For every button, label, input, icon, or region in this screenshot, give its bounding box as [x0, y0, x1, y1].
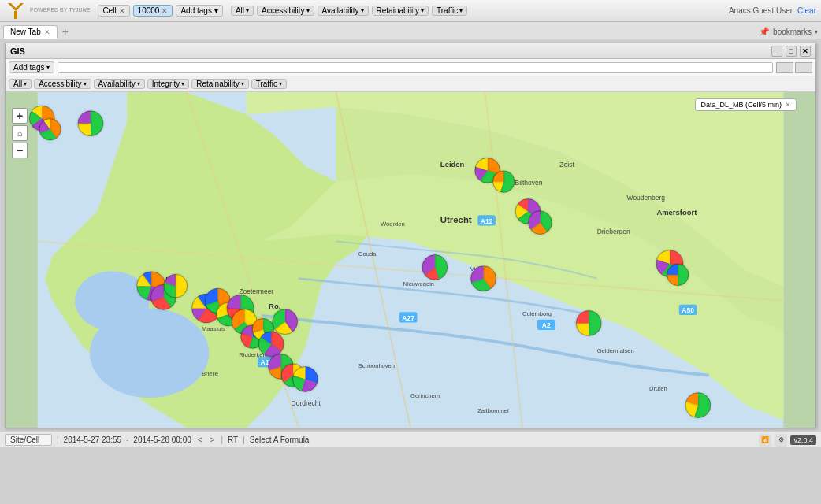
zoom-in-btn[interactable]: +	[12, 108, 28, 124]
top-filter-bar: All▾ Accessibility▾ Availability▾ Retain…	[226, 6, 472, 16]
gis-window: GIS _ □ ✕ Add tags ▾ All▾ Accessibility▾…	[5, 43, 816, 428]
bookmarks-arrow: ▾	[815, 28, 818, 35]
svg-text:Gorinchem: Gorinchem	[410, 392, 440, 399]
gis-close-btn[interactable]: ✕	[800, 46, 811, 57]
map-background: Utrecht Den H. Ro. Zoetermeer Maasluis B…	[6, 92, 815, 428]
nav-next-btn[interactable]: >	[209, 435, 217, 444]
svg-point-8	[75, 271, 150, 331]
svg-text:Druten: Druten	[649, 385, 667, 392]
svg-text:Zoetermeer: Zoetermeer	[239, 287, 273, 295]
rt-label: RT	[228, 435, 238, 444]
zoom-out-btn[interactable]: −	[12, 143, 28, 158]
svg-text:Geldermalsen: Geldermalsen	[597, 347, 634, 354]
tab-bar: New Tab ✕ + 📌 bookmarks ▾	[0, 22, 821, 39]
map-container[interactable]: Utrecht Den H. Ro. Zoetermeer Maasluis B…	[6, 92, 815, 428]
svg-text:Dordrecht: Dordrecht	[292, 399, 321, 407]
gis-filter-integrity[interactable]: Integrity▾	[147, 79, 190, 89]
gis-filter-traffic[interactable]: Traffic▾	[251, 79, 287, 89]
pin-icon: 📌	[759, 27, 770, 37]
gis-title-bar: GIS _ □ ✕	[6, 43, 815, 59]
cell-tag[interactable]: Cell ✕	[98, 5, 129, 17]
tab-right-area: 📌 bookmarks ▾	[759, 27, 818, 39]
status-bar: Site/Cell | 2014-5-27 23:55 - 2014-5-28 …	[0, 432, 821, 447]
gis-add-tags-arrow: ▾	[46, 64, 50, 71]
data-label-close[interactable]: ✕	[785, 101, 791, 109]
gis-window-controls: _ □ ✕	[771, 46, 811, 57]
bookmarks-label[interactable]: bookmarks	[773, 28, 812, 36]
svg-text:Leiden: Leiden	[440, 160, 465, 169]
svg-text:A50: A50	[682, 306, 694, 314]
clear-button[interactable]: Clear	[797, 6, 816, 15]
gis-filter-bar: All▾ Accessibility▾ Availability▾ Integr…	[6, 76, 815, 92]
svg-text:A2: A2	[542, 321, 551, 329]
add-tags-arrow: ▾	[214, 6, 218, 15]
tab-new[interactable]: New Tab ✕	[3, 25, 58, 39]
filter-traffic[interactable]: Traffic▾	[432, 6, 467, 16]
svg-marker-0	[8, 3, 24, 11]
settings-icon: ⚙	[775, 434, 787, 447]
gis-maximize-btn[interactable]: □	[786, 46, 797, 57]
gis-search-bar[interactable]	[58, 62, 773, 73]
gis-filter-all[interactable]: All▾	[9, 79, 32, 89]
formula-label[interactable]: Select A Formula	[250, 435, 310, 444]
powered-by-label: POWERED BY TYJUNE	[30, 7, 90, 13]
nav-prev-btn[interactable]: <	[196, 435, 204, 444]
filter-retainability[interactable]: Retainability▾	[372, 6, 429, 16]
svg-text:Driebergen: Driebergen	[597, 228, 630, 235]
svg-text:Nieuwegein: Nieuwegein	[403, 280, 435, 287]
home-btn[interactable]: ⌂	[12, 125, 28, 141]
gis-filter-availability[interactable]: Availability▾	[94, 79, 145, 89]
count-tag[interactable]: 10000 ✕	[133, 5, 173, 17]
cell-tag-remove[interactable]: ✕	[119, 7, 125, 15]
status-separator: |	[57, 435, 59, 444]
svg-text:A27: A27	[402, 314, 414, 322]
filter-all[interactable]: All▾	[231, 6, 254, 16]
svg-text:Brielle: Brielle	[202, 370, 218, 377]
site-cell-label: Site/Cell	[5, 434, 52, 446]
gis-view-controls	[776, 62, 812, 73]
svg-text:Culemborg: Culemborg	[522, 310, 552, 317]
top-right-area: Anacs Guest User Clear	[729, 6, 816, 15]
logo-area: POWERED BY TYJUNE	[5, 2, 90, 20]
svg-text:Vianen: Vianen	[470, 265, 489, 272]
status-right-area: 📶 ⚙ v2.0.4	[759, 434, 816, 447]
tab-close-icon[interactable]: ✕	[44, 28, 50, 36]
svg-text:Bilthoven: Bilthoven	[515, 179, 543, 187]
map-controls: + ⌂ −	[12, 108, 28, 158]
version-badge: v2.0.4	[790, 435, 816, 445]
time-start: 2014-5-27 23:55	[64, 435, 121, 444]
gis-view-btn2[interactable]	[795, 62, 812, 73]
svg-text:Woerden: Woerden	[381, 220, 405, 228]
svg-text:Woudenberg: Woudenberg	[627, 194, 666, 202]
svg-text:A12: A12	[481, 217, 493, 225]
time-end: 2014-5-28 00:00	[133, 435, 191, 444]
svg-text:Den H.: Den H.	[150, 275, 173, 284]
data-overlay-label[interactable]: Data_DL_MB (Cell/5 min) ✕	[695, 98, 797, 111]
gis-view-btn1[interactable]	[776, 62, 793, 73]
svg-text:Utrecht: Utrecht	[440, 215, 472, 224]
gis-minimize-btn[interactable]: _	[771, 46, 782, 57]
svg-text:Gouda: Gouda	[358, 250, 377, 258]
logo-icon	[5, 2, 27, 20]
gis-filter-accessibility[interactable]: Accessibility▾	[34, 79, 91, 89]
svg-text:A15: A15	[260, 358, 273, 366]
gis-title: GIS	[10, 46, 25, 56]
gis-filter-retainability[interactable]: Retainability▾	[191, 79, 248, 89]
filter-accessibility[interactable]: Accessibility▾	[257, 6, 314, 16]
svg-rect-1	[14, 11, 17, 19]
svg-text:Amersfoort: Amersfoort	[656, 208, 697, 217]
add-tags-btn[interactable]: Add tags ▾	[176, 5, 222, 17]
filter-availability[interactable]: Availability▾	[318, 6, 369, 16]
svg-text:Zeist: Zeist	[559, 161, 574, 169]
svg-text:Zaltbommel: Zaltbommel	[477, 407, 509, 414]
count-tag-remove[interactable]: ✕	[162, 7, 168, 15]
gis-add-tags-btn[interactable]: Add tags ▾	[9, 61, 54, 73]
top-bar: POWERED BY TYJUNE Cell ✕ 10000 ✕ Add tag…	[0, 0, 821, 22]
svg-text:Ro.: Ro.	[269, 302, 280, 310]
add-tab-button[interactable]: +	[59, 24, 72, 39]
gis-toolbar: Add tags ▾	[6, 59, 815, 76]
svg-text:Maasluis: Maasluis	[202, 325, 225, 332]
svg-text:Schoonhoven: Schoonhoven	[358, 362, 395, 369]
signal-icon: 📶	[759, 434, 771, 447]
user-label: Anacs Guest User	[729, 6, 793, 15]
